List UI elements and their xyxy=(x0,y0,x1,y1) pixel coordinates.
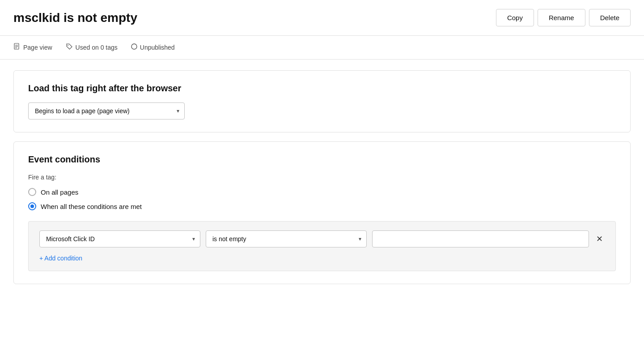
page-view-icon xyxy=(13,43,21,52)
trigger-dropdown-wrapper[interactable]: Begins to load a page (page view) ▾ xyxy=(28,102,185,119)
rename-button[interactable]: Rename xyxy=(538,9,585,26)
tags-icon xyxy=(66,43,73,52)
radio-conditions-circle[interactable] xyxy=(28,202,36,210)
delete-button[interactable]: Delete xyxy=(589,9,631,26)
page-wrapper: msclkid is not empty Copy Rename Delete … xyxy=(0,0,644,345)
header-actions: Copy Rename Delete xyxy=(496,9,631,26)
event-conditions-title: Event conditions xyxy=(28,154,616,165)
radio-all-pages-circle[interactable] xyxy=(28,188,36,196)
used-on-tags-label: Used on 0 tags xyxy=(76,44,118,51)
add-condition-button[interactable]: + Add condition xyxy=(39,255,82,262)
operator-select[interactable]: is not empty xyxy=(206,230,367,247)
meta-used-on-tags: Used on 0 tags xyxy=(66,43,118,52)
trigger-dropdown[interactable]: Begins to load a page (page view) xyxy=(28,102,185,119)
operator-select-wrapper[interactable]: is not empty ▾ xyxy=(206,230,367,247)
page-view-label: Page view xyxy=(23,44,52,51)
copy-button[interactable]: Copy xyxy=(496,9,534,26)
svg-point-5 xyxy=(131,44,137,49)
add-condition-label: + Add condition xyxy=(39,255,82,262)
event-conditions-card: Event conditions Fire a tag: On all page… xyxy=(13,141,631,284)
radio-group: On all pages When all these conditions a… xyxy=(28,188,616,210)
status-icon xyxy=(131,43,137,51)
radio-conditions-label: When all these conditions are met xyxy=(41,203,142,210)
variable-select[interactable]: Microsoft Click ID xyxy=(39,230,200,247)
trigger-card: Load this tag right after the browser Be… xyxy=(13,70,631,132)
remove-condition-button[interactable]: ✕ xyxy=(594,234,605,244)
main-content: Load this tag right after the browser Be… xyxy=(0,60,644,295)
meta-page-view: Page view xyxy=(13,43,52,52)
page-header: msclkid is not empty Copy Rename Delete xyxy=(0,0,644,35)
fire-tag-subtitle: Fire a tag: xyxy=(28,174,616,181)
variable-select-wrapper[interactable]: Microsoft Click ID ▾ xyxy=(39,230,200,247)
conditions-container: Microsoft Click ID ▾ is not empty ▾ ✕ xyxy=(28,221,616,271)
status-label: Unpublished xyxy=(140,44,175,51)
page-title: msclkid is not empty xyxy=(13,11,137,25)
condition-row: Microsoft Click ID ▾ is not empty ▾ ✕ xyxy=(39,230,605,247)
radio-all-pages-label: On all pages xyxy=(41,188,78,196)
value-input-wrapper xyxy=(372,230,589,247)
radio-conditions[interactable]: When all these conditions are met xyxy=(28,202,616,210)
radio-all-pages[interactable]: On all pages xyxy=(28,188,616,196)
trigger-card-title: Load this tag right after the browser xyxy=(28,83,616,94)
svg-point-4 xyxy=(68,45,68,46)
meta-status: Unpublished xyxy=(131,43,175,51)
value-input[interactable] xyxy=(372,230,589,247)
meta-bar: Page view Used on 0 tags Unpublished xyxy=(0,36,644,59)
